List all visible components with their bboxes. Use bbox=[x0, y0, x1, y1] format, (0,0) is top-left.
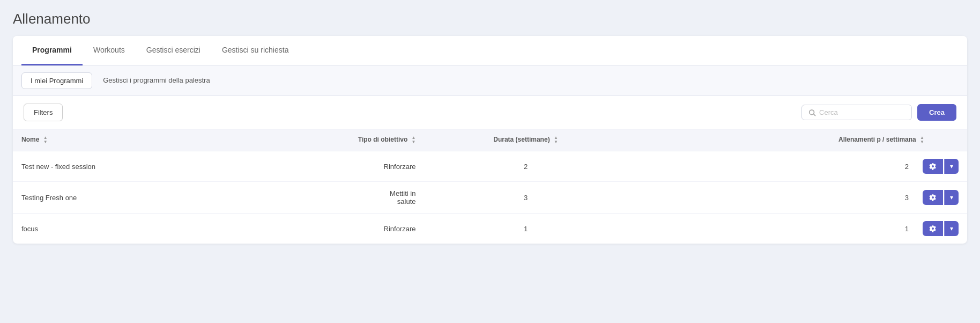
cell-nome: Test new - fixed session bbox=[13, 151, 239, 182]
gear-icon bbox=[929, 225, 937, 232]
table-row: Testing Fresh oneMettiti in salute33▾ bbox=[13, 182, 967, 214]
chevron-down-icon: ▾ bbox=[950, 225, 953, 232]
search-box bbox=[801, 105, 912, 120]
col-tipo-obiettivo[interactable]: Tipo di obiettivo ▲▼ bbox=[239, 129, 424, 151]
cell-nome: Testing Fresh one bbox=[13, 182, 239, 214]
sort-durata-icon: ▲▼ bbox=[554, 136, 558, 144]
create-button[interactable]: Crea bbox=[917, 104, 956, 121]
actions-cell: 3▾ bbox=[636, 190, 959, 205]
cell-allenamenti-actions: 3▾ bbox=[627, 182, 967, 214]
cell-allenamenti-actions: 1▾ bbox=[627, 214, 967, 244]
sub-tab-i-miei-programmi[interactable]: I miei Programmi bbox=[21, 72, 92, 89]
dropdown-button[interactable]: ▾ bbox=[944, 221, 959, 236]
cell-tipo-obiettivo: Rinforzare bbox=[239, 151, 424, 182]
svg-line-1 bbox=[814, 114, 816, 116]
table-row: Test new - fixed sessionRinforzare22▾ bbox=[13, 151, 967, 182]
sort-tipo-icon: ▲▼ bbox=[412, 136, 416, 144]
cell-durata: 3 bbox=[424, 182, 627, 214]
allenamenti-value: 3 bbox=[905, 194, 909, 202]
cell-durata: 1 bbox=[424, 214, 627, 244]
svg-point-0 bbox=[810, 109, 814, 114]
allenamenti-value: 1 bbox=[905, 225, 909, 233]
actions-cell: 2▾ bbox=[636, 159, 959, 174]
tab-gestisci-esercizi[interactable]: Gestisci esercizi bbox=[136, 36, 211, 65]
filter-button[interactable]: Filters bbox=[24, 104, 63, 121]
sub-tab-gestisci-programmi-palestra[interactable]: Gestisci i programmi della palestra bbox=[94, 72, 218, 89]
col-durata[interactable]: Durata (settimane) ▲▼ bbox=[424, 129, 627, 151]
dropdown-button[interactable]: ▾ bbox=[944, 190, 959, 205]
cell-nome: focus bbox=[13, 214, 239, 244]
tab-workouts[interactable]: Workouts bbox=[83, 36, 136, 65]
table-header-row: Nome ▲▼ Tipo di obiettivo ▲▼ bbox=[13, 129, 967, 151]
cell-durata: 2 bbox=[424, 151, 627, 182]
toolbar: Filters Crea bbox=[13, 96, 967, 129]
gear-icon bbox=[929, 194, 937, 201]
sort-nome-icon: ▲▼ bbox=[43, 136, 48, 144]
gear-icon bbox=[929, 163, 937, 170]
programs-table: Nome ▲▼ Tipo di obiettivo ▲▼ bbox=[13, 129, 967, 244]
main-card: Programmi Workouts Gestisci esercizi Ges… bbox=[13, 36, 967, 244]
cell-allenamenti-actions: 2▾ bbox=[627, 151, 967, 182]
tab-programmi[interactable]: Programmi bbox=[21, 36, 83, 65]
page-container: Allenamento Programmi Workouts Gestisci … bbox=[0, 0, 980, 323]
actions-cell: 1▾ bbox=[636, 221, 959, 236]
table-container: Nome ▲▼ Tipo di obiettivo ▲▼ bbox=[13, 129, 967, 244]
cell-tipo-obiettivo: Rinforzare bbox=[239, 214, 424, 244]
sort-allenamenti-icon: ▲▼ bbox=[920, 136, 924, 144]
page-title: Allenamento bbox=[13, 11, 967, 27]
table-row: focusRinforzare11▾ bbox=[13, 214, 967, 244]
chevron-down-icon: ▾ bbox=[950, 163, 953, 170]
search-input[interactable] bbox=[819, 108, 905, 116]
chevron-down-icon: ▾ bbox=[950, 194, 953, 201]
toolbar-right: Crea bbox=[801, 104, 956, 121]
settings-button[interactable] bbox=[923, 221, 943, 236]
col-allenamenti[interactable]: Allenamenti p / settimana ▲▼ bbox=[627, 129, 967, 151]
search-icon bbox=[808, 109, 816, 116]
settings-button[interactable] bbox=[923, 159, 943, 174]
tab-gestisci-su-richiesta[interactable]: Gestisci su richiesta bbox=[211, 36, 299, 65]
sub-tabs-bar: I miei Programmi Gestisci i programmi de… bbox=[13, 66, 967, 96]
table-body: Test new - fixed sessionRinforzare22▾Tes… bbox=[13, 151, 967, 244]
col-nome[interactable]: Nome ▲▼ bbox=[13, 129, 239, 151]
allenamenti-value: 2 bbox=[905, 163, 909, 171]
settings-button[interactable] bbox=[923, 190, 943, 205]
tabs-bar: Programmi Workouts Gestisci esercizi Ges… bbox=[13, 36, 967, 66]
cell-tipo-obiettivo: Mettiti in salute bbox=[239, 182, 424, 214]
dropdown-button[interactable]: ▾ bbox=[944, 159, 959, 174]
